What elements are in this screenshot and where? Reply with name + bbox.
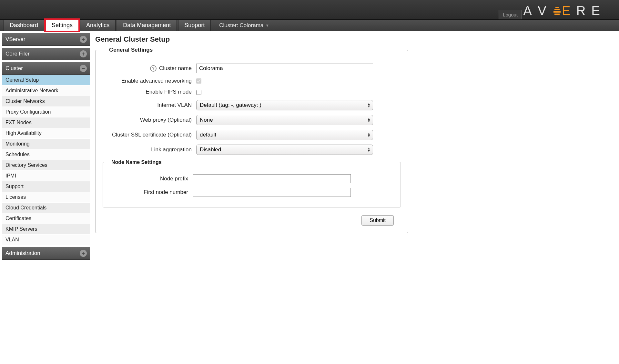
sidebar-item-proxy-config[interactable]: Proxy Configuration	[2, 107, 90, 117]
cluster-name-input[interactable]	[196, 64, 373, 73]
label-adv-net: Enable advanced networking	[103, 78, 196, 84]
sidebar-item-support[interactable]: Support	[2, 181, 90, 192]
top-header: Logout A V E R E	[0, 0, 619, 20]
sidebar-item-fxt-nodes[interactable]: FXT Nodes	[2, 117, 90, 128]
tab-settings[interactable]: Settings	[46, 20, 79, 31]
label-fips: Enable FIPS mode	[103, 89, 196, 95]
general-legend: General Settings	[107, 47, 155, 53]
brand-bars-icon	[553, 7, 561, 15]
sidebar-group-cluster[interactable]: Cluster	[2, 62, 90, 75]
label-node-prefix: Node prefix	[106, 176, 193, 182]
ssl-cert-select[interactable]: default	[196, 130, 373, 140]
sidebar-item-cloud-credentials[interactable]: Cloud Credentials	[2, 203, 90, 213]
main-content: General Cluster Setup General Settings ?…	[90, 31, 416, 243]
sidebar: VServer Core Filer Cluster General Setup…	[0, 31, 90, 260]
sidebar-group-vserver[interactable]: VServer	[2, 33, 90, 46]
help-icon[interactable]: ?	[150, 65, 157, 72]
node-legend: Node Name Settings	[109, 159, 164, 165]
general-settings-panel: General Settings ? Cluster name Enable a…	[95, 47, 408, 233]
label-first-node: First node number	[106, 189, 193, 196]
web-proxy-select[interactable]: None	[196, 115, 373, 125]
plus-icon	[80, 50, 87, 57]
sidebar-group-corefiler[interactable]: Core Filer	[2, 48, 90, 60]
label-web-proxy: Web proxy (Optional)	[103, 117, 196, 123]
sidebar-group-administration[interactable]: Administration	[2, 247, 90, 260]
sidebar-item-general-setup[interactable]: General Setup	[2, 75, 90, 86]
sidebar-item-monitoring[interactable]: Monitoring	[2, 139, 90, 149]
main-tabs: Dashboard Settings Analytics Data Manage…	[0, 20, 619, 31]
link-aggregation-select[interactable]: Disabled	[196, 145, 373, 155]
fips-checkbox[interactable]	[196, 90, 201, 95]
page-title: General Cluster Setup	[95, 35, 408, 44]
cluster-selector[interactable]: Cluster: Colorama ▼	[212, 20, 269, 31]
sidebar-item-kmip-servers[interactable]: KMIP Servers	[2, 224, 90, 235]
tab-dashboard[interactable]: Dashboard	[4, 20, 44, 31]
first-node-number-input[interactable]	[193, 188, 351, 197]
sidebar-item-licenses[interactable]: Licenses	[2, 192, 90, 203]
sidebar-item-cluster-networks[interactable]: Cluster Networks	[2, 96, 90, 107]
sidebar-item-admin-network[interactable]: Administrative Network	[2, 86, 90, 96]
internet-vlan-select[interactable]: Default (tag: -, gateway: )	[196, 100, 373, 110]
sidebar-item-schedules[interactable]: Schedules	[2, 149, 90, 160]
label-internet-vlan: Internet VLAN	[103, 102, 196, 108]
label-cluster-name: Cluster name	[159, 65, 192, 72]
sidebar-item-directory-services[interactable]: Directory Services	[2, 160, 90, 171]
label-ssl-cert: Cluster SSL certificate (Optional)	[103, 132, 196, 138]
node-prefix-input[interactable]	[193, 174, 351, 183]
plus-icon	[80, 36, 87, 43]
sidebar-item-ipmi[interactable]: IPMI	[2, 171, 90, 181]
cluster-label: Cluster: Colorama	[219, 22, 263, 29]
sidebar-item-high-availability[interactable]: High Availability	[2, 128, 90, 139]
logout-button[interactable]: Logout	[499, 10, 522, 19]
brand-logo: A V E R E	[523, 4, 606, 18]
node-name-settings-panel: Node Name Settings Node prefix First nod…	[103, 159, 401, 207]
label-link-agg: Link aggregation	[103, 147, 196, 153]
chevron-down-icon: ▼	[265, 23, 269, 28]
plus-icon	[80, 250, 87, 257]
sidebar-item-vlan[interactable]: VLAN	[2, 235, 90, 245]
submit-button[interactable]: Submit	[361, 215, 394, 226]
tab-data-management[interactable]: Data Management	[117, 20, 177, 31]
minus-icon	[80, 65, 87, 72]
tab-analytics[interactable]: Analytics	[80, 20, 116, 31]
sidebar-item-certificates[interactable]: Certificates	[2, 213, 90, 224]
tab-support[interactable]: Support	[178, 20, 211, 31]
adv-networking-checkbox[interactable]	[196, 78, 201, 84]
